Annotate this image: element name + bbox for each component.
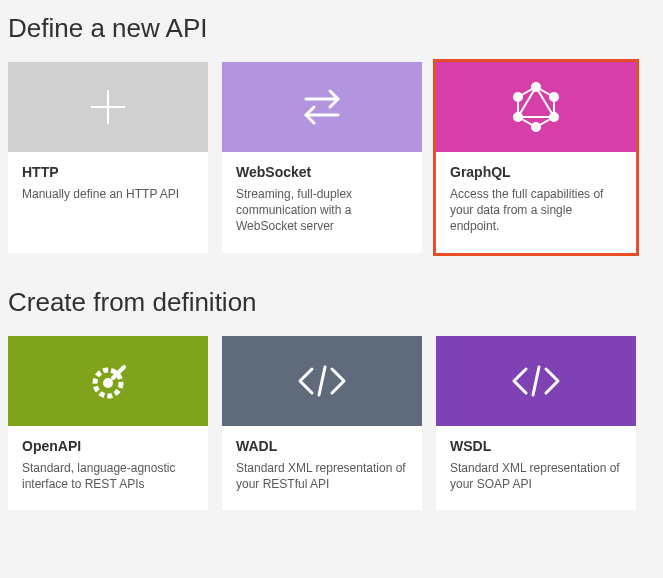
code-brackets-icon [436, 336, 636, 426]
svg-point-13 [103, 378, 113, 388]
card-openapi[interactable]: OpenAPI Standard, language-agnostic inte… [8, 336, 208, 510]
card-desc: Manually define an HTTP API [22, 186, 194, 202]
card-desc: Standard XML representation of your REST… [236, 460, 408, 492]
card-body: WSDL Standard XML representation of your… [436, 426, 636, 510]
card-title: HTTP [22, 164, 194, 180]
define-card-row: HTTP Manually define an HTTP API WebSock… [8, 62, 655, 253]
plus-icon [8, 62, 208, 152]
card-body: GraphQL Access the full capabilities of … [436, 152, 636, 253]
svg-line-16 [533, 367, 539, 395]
card-wsdl[interactable]: WSDL Standard XML representation of your… [436, 336, 636, 510]
card-title: GraphQL [450, 164, 622, 180]
card-desc: Access the full capabilities of your dat… [450, 186, 622, 235]
card-wadl[interactable]: WADL Standard XML representation of your… [222, 336, 422, 510]
card-body: WebSocket Streaming, full-duplex communi… [222, 152, 422, 253]
code-brackets-icon [222, 336, 422, 426]
card-body: OpenAPI Standard, language-agnostic inte… [8, 426, 208, 510]
card-websocket[interactable]: WebSocket Streaming, full-duplex communi… [222, 62, 422, 253]
svg-point-9 [532, 123, 540, 131]
arrows-exchange-icon [222, 62, 422, 152]
card-title: WebSocket [236, 164, 408, 180]
svg-line-15 [319, 367, 325, 395]
card-desc: Standard XML representation of your SOAP… [450, 460, 622, 492]
card-title: WSDL [450, 438, 622, 454]
card-body: WADL Standard XML representation of your… [222, 426, 422, 510]
card-title: WADL [236, 438, 408, 454]
svg-point-10 [514, 113, 522, 121]
openapi-icon [8, 336, 208, 426]
section-heading-define: Define a new API [8, 13, 655, 44]
card-desc: Standard, language-agnostic interface to… [22, 460, 194, 492]
svg-point-6 [532, 83, 540, 91]
svg-point-11 [514, 93, 522, 101]
svg-point-7 [550, 93, 558, 101]
graphql-icon [436, 62, 636, 152]
card-body: HTTP Manually define an HTTP API [8, 152, 208, 253]
card-http[interactable]: HTTP Manually define an HTTP API [8, 62, 208, 253]
svg-point-8 [550, 113, 558, 121]
create-card-row: OpenAPI Standard, language-agnostic inte… [8, 336, 655, 510]
section-heading-create: Create from definition [8, 287, 655, 318]
card-title: OpenAPI [22, 438, 194, 454]
card-graphql[interactable]: GraphQL Access the full capabilities of … [436, 62, 636, 253]
card-desc: Streaming, full-duplex communication wit… [236, 186, 408, 235]
